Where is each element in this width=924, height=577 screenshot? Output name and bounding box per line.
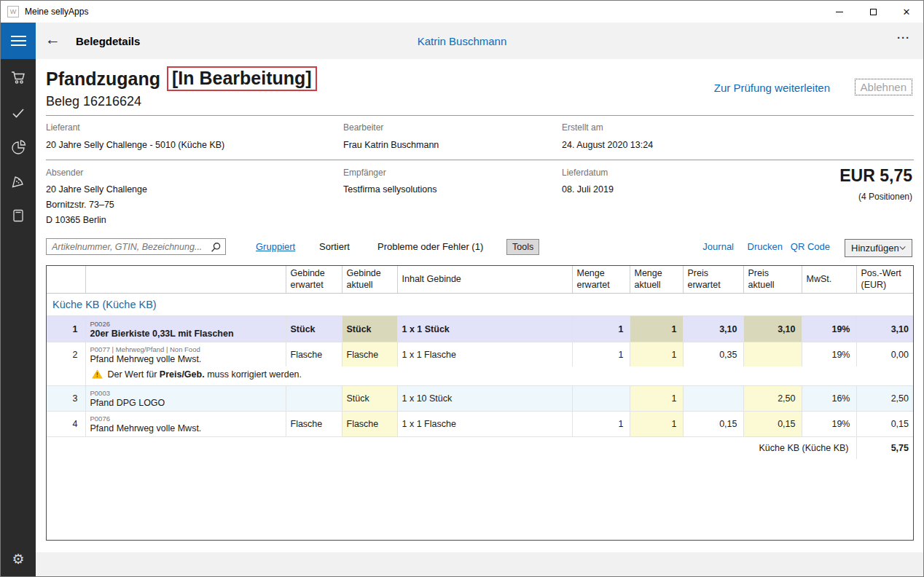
qr-code-link[interactable]: QR Code — [791, 241, 830, 252]
col-gebinde-erwartet[interactable]: Gebinde erwartet — [286, 266, 342, 294]
book-icon[interactable] — [1, 206, 36, 225]
article-name: Pfand Mehrweg volle Mwst. — [90, 354, 281, 364]
back-button[interactable]: ← — [45, 31, 60, 48]
gebinde-aktuell-cell[interactable]: Stück — [342, 386, 397, 412]
gebinde-aktuell-cell[interactable]: Flasche — [342, 412, 397, 437]
col-mwst[interactable]: MwSt. — [802, 266, 856, 294]
sidebar: ⚙ — [1, 59, 36, 577]
search-input[interactable] — [47, 239, 225, 254]
mwst-cell: 19% — [802, 342, 856, 366]
shopping-cart-icon[interactable] — [1, 68, 36, 87]
group-total-row: Küche KB (Küche KB) 5,75 — [47, 437, 914, 459]
app-icon: W — [7, 6, 19, 17]
col-preis-erwartet[interactable]: Preis erwartet — [683, 266, 743, 294]
page-title: Belegdetails — [76, 35, 140, 47]
checkmark-icon[interactable] — [1, 103, 36, 122]
row-number: 2 — [47, 342, 85, 366]
document-number: Beleg 16216624 — [46, 94, 141, 109]
minimize-icon — [836, 12, 843, 12]
col-article — [85, 266, 286, 294]
forward-for-review-link[interactable]: Zur Prüfung weiterleiten — [714, 82, 830, 94]
tools-button[interactable]: Tools — [506, 239, 539, 255]
table-row-3[interactable]: 3 P0003 Pfand DPG LOGO Stück 1 x 10 Stüc… — [47, 386, 914, 412]
group-title: Küche KB (Küche KB) — [47, 294, 914, 316]
app-header: ← Belegdetails Katrin Buschmann ··· — [1, 23, 923, 59]
col-inhalt-gebinde[interactable]: Inhalt Gebinde — [397, 266, 572, 294]
bearbeiter-label: Bearbeiter — [343, 122, 383, 133]
menge-erwartet-cell: 1 — [572, 316, 630, 342]
preis-aktuell-cell[interactable]: 2,50 — [743, 386, 802, 412]
pos-wert-cell: 2,50 — [856, 386, 914, 412]
gebinde-aktuell-cell[interactable]: Flasche — [342, 342, 397, 366]
article-cell: P0077 | Mehrweg/Pfand | Non Food Pfand M… — [85, 342, 286, 366]
close-button[interactable]: ✕ — [890, 1, 923, 23]
maximize-button[interactable] — [856, 1, 890, 23]
search-box — [46, 238, 226, 255]
toggle-sorted[interactable]: Sortiert — [319, 241, 350, 252]
hamburger-icon — [11, 36, 26, 37]
col-menge-erwartet[interactable]: Menge erwartet — [572, 266, 630, 294]
document-type-title: Pfandzugang — [46, 68, 160, 90]
row-number: 1 — [47, 316, 85, 342]
article-cell: P0076 Pfand Mehrweg volle Mwst. — [85, 412, 286, 437]
add-button[interactable]: Hinzufügen — [845, 239, 912, 257]
chevron-down-icon — [899, 246, 906, 251]
window-title: Meine sellyApps — [25, 7, 88, 17]
pizza-slice-icon[interactable] — [1, 172, 36, 191]
search-icon[interactable] — [211, 242, 222, 256]
row-number: 3 — [47, 386, 85, 412]
preis-aktuell-cell[interactable] — [743, 342, 802, 366]
gebinde-erwartet-cell: Flasche — [286, 342, 342, 366]
toggle-grouped[interactable]: Gruppiert — [256, 241, 295, 252]
row-number: 4 — [47, 412, 85, 437]
warning-icon — [92, 369, 103, 379]
menge-erwartet-cell: 1 — [572, 342, 630, 366]
print-link[interactable]: Drucken — [748, 241, 783, 252]
gebinde-erwartet-cell: Flasche — [286, 412, 342, 437]
window-titlebar: W Meine sellyApps ✕ — [1, 1, 923, 23]
absender-line3: D 10365 Berlin — [46, 213, 106, 228]
more-options-button[interactable]: ··· — [897, 31, 910, 44]
gebinde-aktuell-cell[interactable]: Stück — [342, 316, 397, 342]
col-gebinde-aktuell[interactable]: Gebinde aktuell — [342, 266, 397, 294]
bearbeiter-value: Frau Katrin Buschmann — [343, 138, 439, 153]
inhalt-gebinde-cell: 1 x 1 Flasche — [397, 412, 572, 437]
positions-table: Gebinde erwartet Gebinde aktuell Inhalt … — [46, 265, 914, 541]
menge-aktuell-cell[interactable]: 1 — [630, 316, 683, 342]
table-row-4[interactable]: 4 P0076 Pfand Mehrweg volle Mwst. Flasch… — [47, 412, 914, 437]
minimize-button[interactable] — [823, 1, 856, 23]
absender-line2: Bornitzstr. 73–75 — [46, 197, 114, 213]
problems-filter[interactable]: Probleme oder Fehler (1) — [377, 241, 483, 252]
menge-aktuell-cell[interactable]: 1 — [630, 342, 683, 366]
lieferdatum-label: Lieferdatum — [562, 168, 608, 178]
preis-aktuell-cell[interactable]: 3,10 — [743, 316, 802, 342]
table-row-2[interactable]: 2 P0077 | Mehrweg/Pfand | Non Food Pfand… — [47, 342, 914, 366]
hamburger-menu-button[interactable] — [1, 23, 36, 59]
mwst-cell: 19% — [802, 316, 856, 342]
inhalt-gebinde-cell: 1 x 1 Stück — [397, 316, 572, 342]
menge-aktuell-cell[interactable]: 1 — [630, 412, 683, 437]
reject-button[interactable]: Ablehnen — [855, 79, 912, 95]
menge-aktuell-cell[interactable]: 1 — [630, 386, 683, 412]
col-preis-aktuell[interactable]: Preis aktuell — [743, 266, 802, 294]
mwst-cell: 16% — [802, 386, 856, 412]
preis-erwartet-cell: 0,35 — [683, 342, 743, 366]
journal-link[interactable]: Journal — [702, 241, 734, 252]
absender-label: Absender — [46, 168, 83, 178]
document-title-row: Pfandzugang [In Bearbeitung] — [46, 66, 317, 91]
table-row-1[interactable]: 1 P0026 20er Bierkiste 0,33L mit Flasche… — [47, 316, 914, 342]
table-empty-area — [47, 459, 914, 541]
lieferant-value: 20 Jahre Selly Challenge - 5010 (Küche K… — [46, 138, 224, 153]
warning-text: Der Wert für Preis/Geb. muss korrigiert … — [108, 369, 302, 380]
col-rownum — [47, 266, 85, 294]
preis-aktuell-cell[interactable]: 0,15 — [743, 412, 802, 437]
col-menge-aktuell[interactable]: Menge aktuell — [630, 266, 683, 294]
gebinde-erwartet-cell: Stück — [286, 316, 342, 342]
document-positions-count: (4 Positionen) — [858, 192, 912, 202]
col-pos-wert[interactable]: Pos.-Wert (EUR) — [856, 266, 914, 294]
pos-wert-cell: 3,10 — [856, 316, 914, 342]
preis-erwartet-cell: 3,10 — [683, 316, 743, 342]
settings-gear-icon[interactable]: ⚙ — [1, 549, 36, 568]
group-total-label: Küche KB (Küche KB) — [47, 437, 856, 459]
pie-chart-icon[interactable] — [1, 138, 36, 157]
